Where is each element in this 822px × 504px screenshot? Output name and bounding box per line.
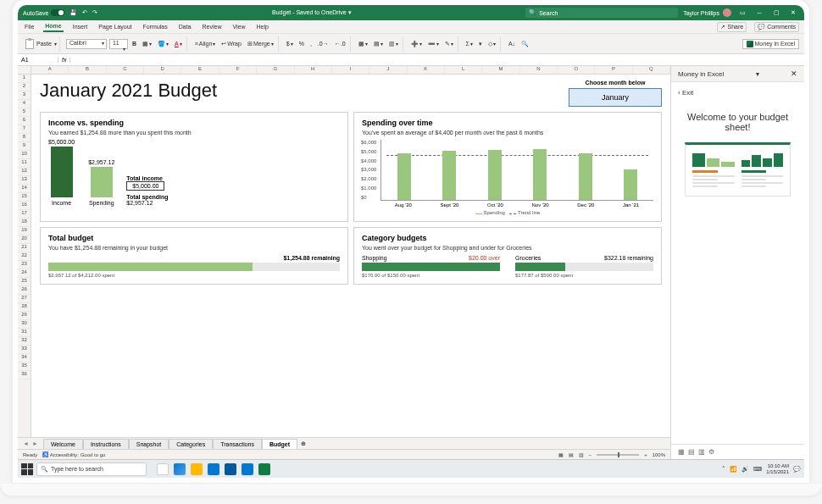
sheet-next-icon[interactable]: ►: [32, 440, 38, 446]
panel-nav-icon[interactable]: ▥: [698, 448, 705, 456]
money-in-excel-button[interactable]: Money in Excel: [742, 39, 799, 49]
row-header[interactable]: 26: [18, 286, 31, 295]
col-header[interactable]: P: [595, 66, 632, 74]
col-header[interactable]: L: [445, 66, 482, 74]
zoom-in-icon[interactable]: +: [644, 452, 647, 457]
dec-decimal-icon[interactable]: ←.0: [333, 40, 347, 47]
col-header[interactable]: D: [144, 66, 181, 74]
exit-button[interactable]: ‹ Exit: [678, 89, 797, 97]
app-icon[interactable]: [242, 463, 253, 475]
paste-icon[interactable]: [25, 39, 34, 49]
row-header[interactable]: 1: [18, 75, 31, 83]
sheet-tab[interactable]: Instructions: [83, 439, 129, 449]
search-box[interactable]: 🔍 Search: [525, 8, 678, 18]
bold-button[interactable]: B: [131, 40, 138, 47]
clear-icon[interactable]: ◇▾: [486, 40, 497, 48]
row-header[interactable]: 20: [18, 235, 31, 244]
sort-filter-icon[interactable]: A↓: [507, 40, 517, 47]
row-header[interactable]: 21: [18, 244, 31, 252]
tray-volume-icon[interactable]: 🔊: [741, 466, 749, 473]
row-header[interactable]: 24: [18, 269, 31, 278]
row-header[interactable]: 4: [18, 100, 31, 108]
col-header[interactable]: C: [107, 66, 144, 74]
view-page-icon[interactable]: ▤: [569, 451, 574, 457]
row-header[interactable]: 8: [18, 134, 31, 142]
col-header[interactable]: M: [482, 66, 519, 74]
share-button[interactable]: ↗ Share: [717, 22, 747, 32]
accessibility-status[interactable]: ♿ Accessibility: Good to go: [42, 451, 105, 457]
row-header[interactable]: 3: [18, 91, 31, 100]
fill-color-icon[interactable]: 🪣▾: [156, 40, 170, 48]
sheet-tab[interactable]: Welcome: [43, 439, 83, 449]
select-all-corner[interactable]: [18, 66, 31, 74]
row-header[interactable]: 15: [18, 193, 31, 202]
col-header[interactable]: H: [295, 66, 332, 74]
border-icon[interactable]: ▦▾: [141, 40, 153, 48]
row-header[interactable]: 34: [18, 354, 31, 363]
row-header[interactable]: 10: [18, 151, 31, 159]
add-sheet-icon[interactable]: ⊕: [297, 439, 309, 449]
autosum-icon[interactable]: Σ▾: [464, 40, 475, 47]
row-header[interactable]: 6: [18, 117, 31, 125]
name-box[interactable]: A1: [18, 57, 58, 63]
merge-button[interactable]: ⊞ Merge▾: [246, 40, 275, 48]
row-header[interactable]: 33: [18, 346, 31, 354]
row-header[interactable]: 11: [18, 159, 31, 168]
window-minimize[interactable]: ─: [753, 10, 765, 16]
table-format-icon[interactable]: ▤▾: [372, 40, 385, 48]
taskbar-clock[interactable]: 10:10 AM1/15/2021: [766, 463, 789, 475]
col-header[interactable]: I: [332, 66, 369, 74]
tab-review[interactable]: Review: [201, 22, 224, 31]
view-normal-icon[interactable]: ▦: [558, 451, 564, 457]
row-header[interactable]: 19: [18, 227, 31, 235]
cond-format-icon[interactable]: ▦▾: [357, 40, 369, 48]
row-header[interactable]: 28: [18, 303, 31, 312]
fx-icon[interactable]: fx: [58, 57, 70, 63]
file-explorer-icon[interactable]: [191, 463, 203, 475]
insert-cells-icon[interactable]: ➕▾: [409, 40, 424, 48]
row-header[interactable]: 9: [18, 142, 31, 151]
row-header[interactable]: 29: [18, 312, 31, 320]
clipboard-more[interactable]: ▾: [54, 41, 57, 47]
row-header[interactable]: 12: [18, 168, 31, 176]
row-header[interactable]: 30: [18, 320, 31, 329]
start-button[interactable]: [21, 463, 33, 475]
row-header[interactable]: 32: [18, 337, 31, 346]
col-header[interactable]: G: [257, 66, 294, 74]
tab-view[interactable]: View: [231, 22, 247, 31]
row-header[interactable]: 31: [18, 329, 31, 337]
find-icon[interactable]: 🔍: [519, 40, 530, 48]
col-header[interactable]: K: [408, 66, 445, 74]
row-header[interactable]: 17: [18, 210, 31, 219]
wrap-button[interactable]: ↩ Wrap: [219, 40, 243, 48]
font-size-select[interactable]: 11: [109, 39, 128, 49]
font-select[interactable]: Calibri: [66, 39, 107, 49]
tab-page-layout[interactable]: Page Layout: [97, 22, 133, 31]
save-icon[interactable]: 💾: [69, 9, 77, 16]
number-format-icon[interactable]: $▾: [285, 40, 295, 47]
col-header[interactable]: B: [69, 66, 106, 74]
row-header[interactable]: 23: [18, 261, 31, 269]
zoom-slider[interactable]: [597, 454, 639, 456]
row-header[interactable]: 16: [18, 202, 31, 210]
row-header[interactable]: 22: [18, 252, 31, 261]
window-close[interactable]: ✕: [787, 9, 799, 16]
col-header[interactable]: F: [219, 66, 257, 74]
zoom-value[interactable]: 100%: [653, 452, 665, 457]
col-header[interactable]: Q: [633, 66, 670, 74]
font-color-icon[interactable]: A▾: [173, 40, 184, 47]
panel-nav-icon[interactable]: ▦: [678, 448, 685, 456]
tray-network-icon[interactable]: 📶: [730, 466, 737, 473]
col-header[interactable]: E: [181, 66, 219, 74]
taskbar-search[interactable]: 🔍 Type here to search: [36, 462, 147, 476]
panel-more-icon[interactable]: ▾: [756, 70, 759, 78]
align-button[interactable]: ≡ Align▾: [193, 40, 218, 47]
tray-lang-icon[interactable]: ⌨: [753, 466, 762, 473]
edge-icon[interactable]: [174, 463, 186, 475]
row-header[interactable]: 2: [18, 83, 31, 91]
excel-icon[interactable]: [258, 463, 270, 475]
view-break-icon[interactable]: ▥: [579, 451, 584, 457]
row-header[interactable]: 36: [18, 371, 31, 379]
redo-icon[interactable]: ↷: [92, 9, 97, 16]
fill-icon[interactable]: ▾: [477, 40, 484, 48]
